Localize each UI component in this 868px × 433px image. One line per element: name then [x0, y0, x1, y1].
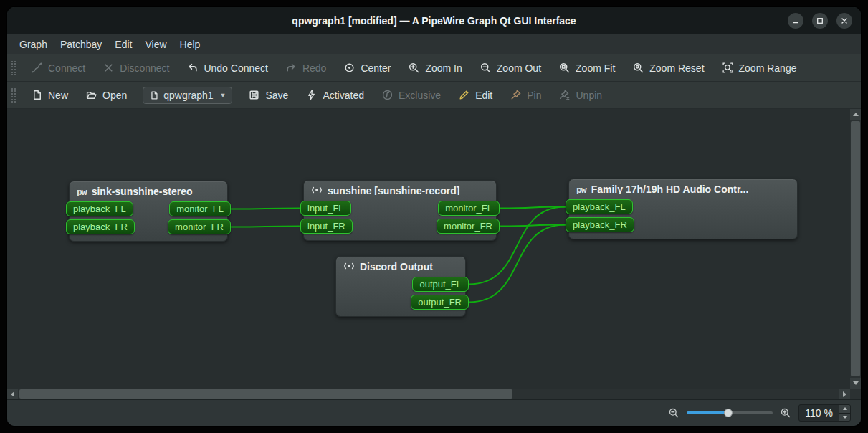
node-header: Discord Output	[336, 257, 465, 271]
zoom-spinbox[interactable]: 110 %	[798, 404, 851, 422]
minimize-button[interactable]	[788, 13, 803, 29]
scroll-right-button[interactable]	[839, 389, 850, 399]
menu-label: dit	[122, 39, 133, 50]
pin-button: Pin	[501, 85, 550, 105]
close-button[interactable]	[836, 13, 852, 29]
open-button[interactable]: Open	[77, 85, 135, 105]
stream-icon	[343, 260, 355, 272]
port-monitor-fr[interactable]: monitor_FR	[168, 219, 231, 234]
node-sunshine[interactable]: sunshine [sunshine-record] input_FL inpu…	[303, 180, 497, 241]
window-controls	[788, 13, 852, 29]
port-input-fl[interactable]: input_FL	[300, 201, 351, 216]
scroll-down-button[interactable]	[850, 378, 861, 389]
open-folder-icon	[85, 89, 97, 101]
scroll-left-button[interactable]	[7, 389, 18, 399]
node-header: pw sink-sunshine-stereo	[70, 181, 227, 196]
port-playback-fl[interactable]: playback_FL	[566, 199, 633, 214]
vertical-scrollbar-thumb[interactable]	[851, 121, 860, 376]
horizontal-scrollbar-thumb[interactable]	[19, 389, 512, 399]
horizontal-scrollbar[interactable]	[7, 389, 850, 399]
scrollbar-corner	[850, 389, 861, 399]
port-input-fr[interactable]: input_FR	[300, 219, 353, 234]
toolbar-main: Connect Disconnect Undo Connect Redo Cen…	[7, 54, 861, 82]
vertical-scrollbar[interactable]	[850, 109, 861, 389]
menu-edit[interactable]: Edit	[108, 37, 138, 52]
arrow-down-icon	[853, 381, 859, 385]
edit-button[interactable]: Edit	[449, 85, 501, 105]
zoom-reset-button[interactable]: Zoom Reset	[624, 57, 712, 78]
toolbar-button-label: Edit	[475, 90, 492, 101]
node-sink-sunshine-stereo[interactable]: pw sink-sunshine-stereo playback_FL play…	[69, 181, 228, 242]
activated-button[interactable]: Activated	[297, 85, 373, 105]
unpin-button: Unpin	[550, 85, 611, 105]
menu-help[interactable]: Help	[173, 37, 207, 52]
undo-connect-button[interactable]: Undo Connect	[178, 57, 277, 78]
menubar: Graph Patchbay Edit View Help	[7, 34, 861, 54]
zoom-fit-button[interactable]: Zoom Fit	[550, 57, 624, 78]
center-button[interactable]: Center	[335, 57, 399, 78]
connection-wire	[231, 209, 300, 209]
disconnect-icon	[102, 62, 115, 74]
new-file-icon	[31, 89, 43, 101]
maximize-icon	[816, 17, 824, 24]
toolbar-button-label: Undo Connect	[204, 62, 268, 74]
zoom-range-button[interactable]: Zoom Range	[713, 57, 806, 78]
port-playback-fl[interactable]: playback_FL	[66, 201, 133, 217]
graph-canvas[interactable]: pw sink-sunshine-stereo playback_FL play…	[7, 109, 861, 400]
zoom-out-button[interactable]	[668, 407, 679, 419]
menu-label: H	[180, 39, 187, 50]
redo-button: Redo	[277, 57, 335, 78]
zoom-spin-down-button[interactable]	[839, 413, 850, 422]
titlebar[interactable]: qpwgraph1 [modified] — A PipeWire Graph …	[7, 7, 861, 34]
toolbar-drag-handle[interactable]	[11, 88, 16, 103]
chevron-down-icon: ▼	[220, 92, 226, 99]
connection-wire	[231, 227, 300, 227]
arrow-up-icon	[853, 113, 859, 116]
toolbar-button-label: Zoom In	[425, 62, 462, 74]
toolbar-drag-handle[interactable]	[11, 61, 16, 75]
toolbar-button-label: Connect	[48, 62, 85, 74]
toolbar-button-label: Zoom Reset	[649, 62, 704, 74]
menu-patchbay[interactable]: Patchbay	[54, 37, 108, 52]
zoom-slider-fill	[687, 411, 728, 414]
menu-graph[interactable]: Graph	[13, 37, 54, 52]
menu-view[interactable]: View	[138, 37, 173, 52]
pin-icon	[510, 89, 522, 101]
connection-wires	[7, 109, 850, 389]
node-family-hd-audio[interactable]: pw Family 17h/19h HD Audio Contr... play…	[568, 179, 798, 239]
zoom-out-button[interactable]: Zoom Out	[471, 57, 550, 78]
zoom-in-button[interactable]: Zoom In	[399, 57, 470, 78]
port-output-fl[interactable]: output_FL	[412, 277, 469, 292]
node-ports: playback_FL playback_FR monitor_FL monit…	[70, 201, 227, 241]
port-monitor-fr[interactable]: monitor_FR	[437, 219, 500, 234]
zoom-spin-up-button[interactable]	[839, 405, 850, 413]
node-title: sink-sunshine-stereo	[92, 186, 193, 196]
zoom-in-icon	[408, 62, 420, 74]
port-monitor-fl[interactable]: monitor_FL	[438, 201, 500, 216]
port-playback-fr[interactable]: playback_FR	[66, 219, 135, 234]
node-discord-output[interactable]: Discord Output output_FL output_FR	[335, 256, 466, 317]
toolbar-patchbay: New Open qpwgraph1 ▼ Save Activated	[7, 82, 861, 109]
toolbar-button-label: Activated	[323, 90, 364, 101]
unpin-icon	[558, 89, 571, 101]
new-button[interactable]: New	[22, 85, 77, 105]
maximize-button[interactable]	[812, 13, 828, 29]
port-playback-fr[interactable]: playback_FR	[566, 217, 634, 232]
pipewire-icon: pw	[576, 184, 586, 194]
patchbay-select[interactable]: qpwgraph1 ▼	[143, 87, 232, 104]
port-output-fr[interactable]: output_FR	[411, 295, 469, 310]
zoom-fit-icon	[558, 62, 571, 74]
toolbar-button-label: Zoom Fit	[576, 62, 615, 74]
zoom-slider-handle[interactable]	[724, 409, 733, 417]
save-button[interactable]: Save	[239, 85, 297, 105]
scroll-up-button[interactable]	[850, 109, 861, 120]
zoom-in-button[interactable]	[780, 407, 791, 419]
patchbay-select-value: qpwgraph1	[163, 90, 213, 101]
zoom-slider[interactable]	[687, 407, 773, 419]
pipewire-icon: pw	[77, 186, 87, 196]
toolbar-button-label: Pin	[527, 90, 541, 101]
toolbar-button-label: Disconnect	[120, 62, 169, 74]
graph-viewport[interactable]: pw sink-sunshine-stereo playback_FL play…	[7, 109, 850, 389]
port-monitor-fl[interactable]: monitor_FL	[169, 201, 231, 217]
zoom-value[interactable]: 110 %	[799, 405, 839, 421]
